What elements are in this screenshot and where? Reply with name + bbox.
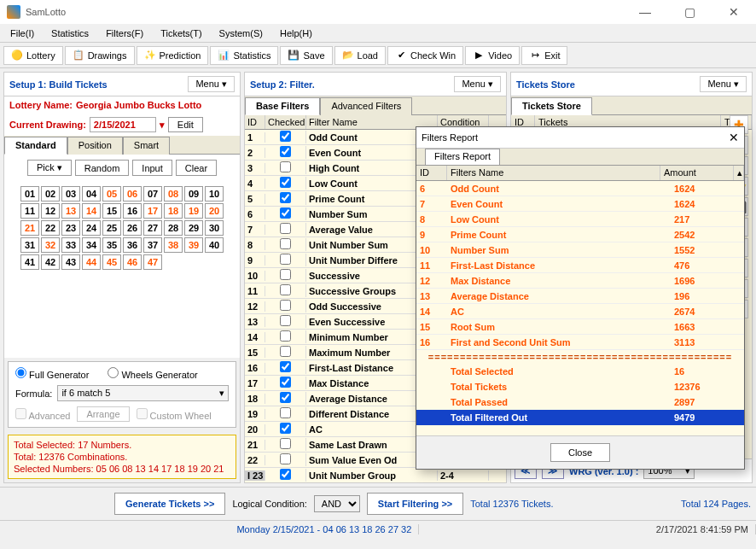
filter-checkbox[interactable] <box>280 161 291 172</box>
clear-button[interactable]: Clear <box>176 160 217 176</box>
wheels-generator-radio[interactable]: Wheels Generator <box>108 367 197 380</box>
filter-checkbox[interactable] <box>280 423 291 434</box>
maximize-button[interactable]: ▢ <box>674 2 705 22</box>
report-row[interactable]: 12Max Distance1696 <box>416 273 744 289</box>
number-cell-21[interactable]: 21 <box>20 220 39 236</box>
filter-checkbox[interactable] <box>280 453 291 464</box>
logical-condition-select[interactable]: AND <box>314 495 360 512</box>
number-cell-34[interactable]: 34 <box>82 237 101 253</box>
number-cell-8[interactable]: 08 <box>164 186 183 201</box>
col-checked[interactable]: Checked <box>265 115 306 129</box>
number-cell-41[interactable]: 41 <box>20 254 39 270</box>
menu-systems[interactable]: System(S) <box>212 26 270 40</box>
menu-statistics[interactable]: Statistics <box>44 26 96 40</box>
popup-col-name[interactable]: Filters Name <box>447 166 660 180</box>
number-cell-31[interactable]: 31 <box>20 237 39 253</box>
filter-checkbox[interactable] <box>280 315 291 326</box>
report-row[interactable]: 9Prime Count2542 <box>416 227 744 242</box>
number-cell-9[interactable]: 09 <box>184 186 203 201</box>
number-cell-35[interactable]: 35 <box>102 237 121 253</box>
summary-row[interactable]: Total Passed2897 <box>416 394 744 410</box>
number-cell-46[interactable]: 46 <box>123 254 142 270</box>
popup-col-id[interactable]: ID <box>416 166 447 180</box>
report-row[interactable]: 15Root Sum1663 <box>416 319 744 335</box>
check-win-button[interactable]: ✔Check Win <box>387 46 463 65</box>
filter-checkbox[interactable] <box>280 177 291 188</box>
number-cell-16[interactable]: 16 <box>123 203 142 219</box>
number-cell-5[interactable]: 05 <box>102 186 121 201</box>
lottery-button[interactable]: 🟡Lottery <box>3 46 63 65</box>
edit-button[interactable]: Edit <box>168 117 203 132</box>
number-cell-6[interactable]: 06 <box>123 186 142 201</box>
number-cell-7[interactable]: 07 <box>143 186 162 201</box>
prediction-button[interactable]: ✨Prediction <box>137 46 209 65</box>
tab-advanced-filters[interactable]: Advanced Filters <box>320 97 412 115</box>
menu-helph[interactable]: Help(H) <box>273 26 319 40</box>
number-cell-22[interactable]: 22 <box>41 220 60 236</box>
col-id[interactable]: ID <box>245 115 265 129</box>
filter-checkbox[interactable] <box>280 238 291 249</box>
filter-checkbox[interactable] <box>280 300 291 311</box>
number-cell-4[interactable]: 04 <box>82 186 101 201</box>
report-row[interactable]: 13Average Distance196 <box>416 289 744 304</box>
start-filtering-button[interactable]: Start Filtering >> <box>367 493 463 515</box>
number-cell-2[interactable]: 02 <box>41 186 60 201</box>
number-cell-20[interactable]: 20 <box>205 203 224 219</box>
filter-checkbox[interactable] <box>280 207 291 219</box>
tickets-store-menu-button[interactable]: Menu <box>700 76 747 92</box>
advanced-checkbox[interactable]: Advanced <box>15 408 70 421</box>
tab-position[interactable]: Position <box>67 137 123 155</box>
full-generator-radio[interactable]: Full Generator <box>15 367 89 380</box>
exit-button[interactable]: ↦Exit <box>521 46 567 65</box>
minimize-button[interactable]: — <box>630 2 660 22</box>
number-cell-38[interactable]: 38 <box>164 237 183 253</box>
number-cell-23[interactable]: 23 <box>61 220 80 236</box>
summary-row[interactable]: Total Tickets12376 <box>416 379 744 394</box>
report-row[interactable]: 7Even Count1624 <box>416 196 744 212</box>
filter-checkbox[interactable] <box>280 254 291 265</box>
number-cell-45[interactable]: 45 <box>102 254 121 270</box>
number-cell-14[interactable]: 14 <box>82 203 101 219</box>
video-button[interactable]: ▶Video <box>465 46 520 65</box>
filter-checkbox[interactable] <box>280 392 291 403</box>
number-cell-32[interactable]: 32 <box>41 237 60 253</box>
summary-row[interactable]: ▶Total Filtered Out9479 <box>416 410 744 425</box>
number-cell-10[interactable]: 10 <box>205 186 224 201</box>
number-cell-24[interactable]: 24 <box>82 220 101 236</box>
report-row[interactable]: 16First and Second Unit Sum3113 <box>416 335 744 350</box>
summary-row[interactable]: Total Selected16 <box>416 364 744 379</box>
chevron-down-icon[interactable]: ▾ <box>160 120 165 131</box>
pick-button[interactable]: Pick ▾ <box>27 160 72 176</box>
number-cell-42[interactable]: 42 <box>41 254 60 270</box>
statistics-button[interactable]: 📊Statistics <box>210 46 278 65</box>
number-cell-26[interactable]: 26 <box>123 220 142 236</box>
filters-report-tab[interactable]: Filters Report <box>425 149 500 165</box>
tab-smart[interactable]: Smart <box>123 137 170 155</box>
setup2-menu-button[interactable]: Menu <box>454 76 501 92</box>
number-cell-3[interactable]: 03 <box>61 186 80 201</box>
filter-checkbox[interactable] <box>280 377 291 388</box>
number-cell-43[interactable]: 43 <box>61 254 80 270</box>
load-button[interactable]: 📂Load <box>334 46 386 65</box>
report-row[interactable]: 6Odd Count1624 <box>416 181 744 196</box>
setup1-menu-button[interactable]: Menu <box>188 76 235 92</box>
custom-wheel-checkbox[interactable]: Custom Wheel <box>137 408 212 421</box>
number-cell-13[interactable]: 13 <box>61 203 80 219</box>
report-row[interactable]: 11First-Last Distance476 <box>416 258 744 273</box>
number-cell-33[interactable]: 33 <box>61 237 80 253</box>
popup-col-amount[interactable]: Amount <box>660 166 734 180</box>
close-button[interactable]: ✕ <box>718 2 749 22</box>
drawing-date-input[interactable] <box>90 117 156 132</box>
filter-checkbox[interactable] <box>280 330 291 342</box>
filters-report-close-button[interactable]: Close <box>550 443 610 462</box>
number-cell-37[interactable]: 37 <box>143 237 162 253</box>
number-cell-25[interactable]: 25 <box>102 220 121 236</box>
number-cell-36[interactable]: 36 <box>123 237 142 253</box>
popup-scroll-up-icon[interactable]: ▴ <box>734 166 744 180</box>
number-cell-29[interactable]: 29 <box>184 220 203 236</box>
filter-row[interactable]: I 23Unit Number Group2-4 <box>245 468 506 482</box>
number-cell-30[interactable]: 30 <box>205 220 224 236</box>
menu-filei[interactable]: File(I) <box>3 26 41 40</box>
filter-checkbox[interactable] <box>280 284 291 295</box>
filter-checkbox[interactable] <box>280 469 291 480</box>
